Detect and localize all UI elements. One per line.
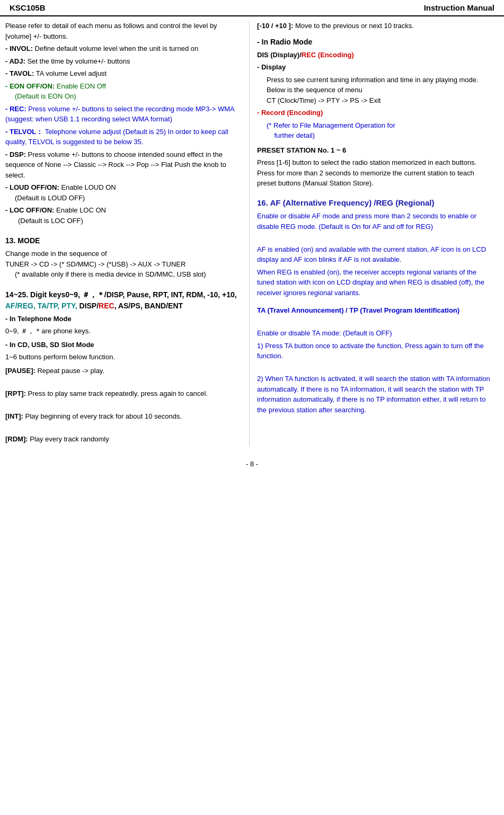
section-14-25: 14~25. Digit keys0~9, ＃，＊/DISP, Pause, R…: [5, 289, 241, 445]
nav-10-item: [-10 / +10 ]: Move to the previous or ne…: [257, 21, 493, 31]
af-reg-title: 16. AF (Alternative Frequency) /REG (Reg…: [257, 197, 493, 209]
left-column: Please refer to detail of each menu as f…: [5, 21, 249, 446]
section-13-note: (* available only if there is media devi…: [5, 270, 206, 278]
ta-tp-title: TA (Travel Announcement) / TP (Travel Pr…: [257, 305, 493, 316]
preset-text: Press [1-6] button to select the radio s…: [257, 157, 493, 189]
telephone-mode-title: - In Telephone Mode: [5, 314, 241, 324]
int-item: [INT]: Play beginning of every track for…: [5, 411, 241, 422]
af-reg-text1: Enable or disable AF mode and press more…: [257, 211, 493, 232]
loud-item: - LOUD OFF/ON: Enable LOUD ON(Default is…: [5, 182, 241, 203]
dis-rec-label: DIS (Display)/REC (Encoding): [257, 50, 493, 60]
section-13-title: 13. MODE: [5, 235, 241, 246]
intro-text: Please refer to detail of each menu as f…: [5, 21, 241, 41]
section-13: 13. MODE Change mode in the sequence of …: [5, 235, 241, 280]
dsp-item: - DSP: Press volume +/- buttons to choos…: [5, 149, 241, 181]
tavol-item: - TAVOL: TA volume Level adjust: [5, 68, 241, 79]
ta-tp-text3: 2) When TA function is activated, it wil…: [257, 374, 493, 415]
page-header: KSC105B Instruction Manual: [0, 0, 504, 16]
record-title: - Record (Encoding): [257, 108, 493, 118]
ta-tp-text2: 1) Press TA button once to activate the …: [257, 341, 493, 361]
rpt-item: [RPT]: Press to play same track repeated…: [5, 388, 241, 399]
page-number: - 8 -: [246, 460, 258, 468]
cd-mode-text: 1~6 buttons perform below function.: [5, 352, 241, 362]
loc-item: - LOC OFF/ON: Enable LOC ON(Default is L…: [5, 205, 241, 226]
telvol-item: - TELVOL： Telephone volume adjust (Defau…: [5, 127, 241, 147]
af-reg-text2: AF is enabled (on) and available with th…: [257, 244, 493, 265]
rdm-item: [RDM]: Play every track randomly: [5, 434, 241, 445]
display-text: Press to see current tuning information …: [257, 75, 493, 106]
section-14-25-title: 14~25. Digit keys0~9, ＃，＊/DISP, Pause, R…: [5, 289, 241, 312]
ta-tp-text1: Enable or disable TA mode: (Default is O…: [257, 328, 493, 339]
right-column: [-10 / +10 ]: Move to the previous or ne…: [249, 21, 493, 446]
cd-mode-title: - In CD, USB, SD Slot Mode: [5, 340, 241, 350]
header-left: KSC105B: [10, 3, 46, 12]
pause-item: [PAUSE]: Repeat pause -> play.: [5, 366, 241, 376]
section-13-text: Change mode in the sequence of TUNER -> …: [5, 249, 241, 280]
preset-title: PRESET STATION No. 1 ~ 6: [257, 145, 493, 156]
eon-item: - EON OFF/ON: Enable EON Off(Default is …: [5, 81, 241, 102]
record-note: (* Refer to File Management Operation fo…: [257, 120, 493, 141]
af-reg-text3: When REG is enabled (on), the receiver a…: [257, 267, 493, 298]
telephone-mode-text: 0~9, ＃，＊are phone keys.: [5, 326, 241, 336]
radio-mode-title: - In Radio Mode: [257, 37, 493, 48]
adj-item: - ADJ: Set the time by volume+/- buttons: [5, 56, 241, 67]
header-right: Instruction Manual: [424, 3, 494, 12]
invol-item: - INVOL: Define default volume level whe…: [5, 43, 241, 54]
main-content: Please refer to detail of each menu as f…: [0, 21, 504, 446]
rec-item: - REC: Press volume +/- buttons to selec…: [5, 104, 241, 125]
display-title: - Display: [257, 62, 493, 73]
page-footer: - 8 -: [0, 457, 504, 471]
